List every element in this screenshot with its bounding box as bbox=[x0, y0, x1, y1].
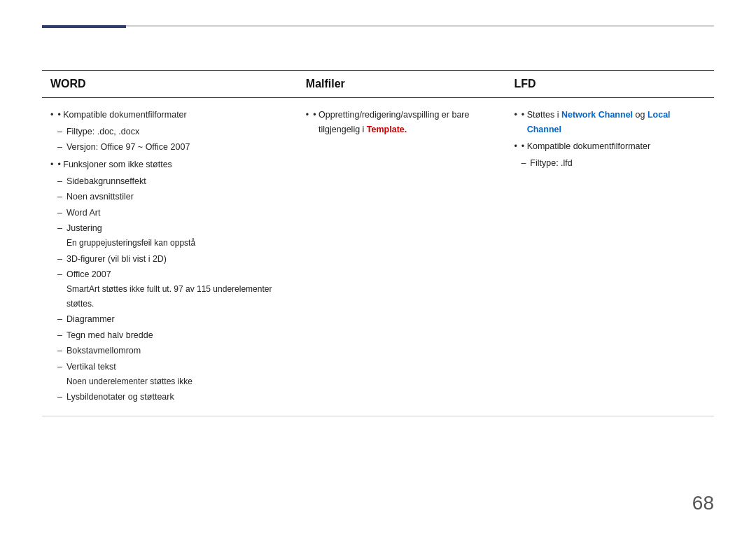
word-dash-list-2: Sidebakgrunnseffekt Noen avsnittstiler W… bbox=[57, 174, 289, 405]
lfd-item-1: Støttes i Network Channel og Local Chann… bbox=[527, 108, 706, 136]
list-item: Diagrammer bbox=[57, 312, 289, 327]
list-item: • Funksjoner som ikke støttes bbox=[50, 157, 289, 172]
template-highlight: Template. bbox=[367, 125, 407, 134]
word-bullet-list-2: • Funksjoner som ikke støttes bbox=[50, 157, 289, 172]
list-item: Vertikal tekst Noen underelementer støtt… bbox=[57, 360, 289, 388]
lfd-bullet-list: • Støttes i Network Channel og Local Cha… bbox=[514, 108, 706, 154]
word-item-2: Funksjoner som ikke støttes bbox=[63, 157, 289, 172]
header-word: WORD bbox=[42, 71, 298, 98]
list-item: • Støttes i Network Channel og Local Cha… bbox=[514, 108, 706, 136]
network-channel-highlight: Network Channel bbox=[561, 110, 633, 120]
word-lys: Lysbildenotater og støtteark bbox=[66, 390, 289, 405]
list-item: Justering En gruppejusteringsfeil kan op… bbox=[57, 221, 289, 250]
malfiler-cell: • Oppretting/redigering/avspilling er ba… bbox=[298, 98, 506, 416]
word-filtype: Filtype: .doc, .docx bbox=[66, 125, 289, 139]
list-item: Versjon: Office 97 ~ Office 2007 bbox=[57, 140, 289, 155]
list-item: Sidebakgrunnseffekt bbox=[57, 174, 289, 189]
list-item: • Kompatible dokumentfilformater bbox=[50, 108, 289, 122]
bullet-marker: • bbox=[313, 108, 318, 122]
list-item: 3D-figurer (vil bli vist i 2D) bbox=[57, 252, 289, 267]
content-table: WORD Malfiler LFD • Kompatible dokumentf… bbox=[42, 70, 714, 416]
list-item: Word Art bbox=[57, 206, 289, 220]
top-divider bbox=[42, 25, 714, 27]
page-number: 68 bbox=[692, 492, 714, 514]
list-item: Lysbildenotater og støtteark bbox=[57, 390, 289, 405]
malfiler-item-1: Oppretting/redigering/avspilling er bare… bbox=[318, 108, 497, 136]
word-dash-list-1: Filtype: .doc, .docx Versjon: Office 97 … bbox=[57, 125, 289, 155]
malfiler-bullet-list: • Oppretting/redigering/avspilling er ba… bbox=[306, 108, 498, 136]
lfd-cell: • Støttes i Network Channel og Local Cha… bbox=[505, 98, 714, 416]
list-item: Filtype: .doc, .docx bbox=[57, 125, 289, 139]
list-item: Bokstavmellomrom bbox=[57, 344, 289, 358]
bullet-marker: • bbox=[522, 108, 527, 122]
bullet-marker: • bbox=[522, 139, 527, 154]
word-office2007: Office 2007 SmartArt støttes ikke fullt … bbox=[66, 267, 289, 311]
list-item: Noen avsnittstiler bbox=[57, 190, 289, 204]
word-vertikal-note: Noen underelementer støttes ikke bbox=[66, 377, 192, 386]
bullet-marker: • bbox=[57, 157, 63, 172]
top-accent bbox=[42, 25, 126, 28]
word-boks: Bokstavmellomrom bbox=[66, 344, 289, 358]
list-item: Tegn med halv bredde bbox=[57, 328, 289, 343]
lfd-filtype: Filtype: .lfd bbox=[530, 156, 706, 171]
word-wordart: Word Art bbox=[66, 206, 289, 220]
word-cell: • Kompatible dokumentfilformater Filtype… bbox=[42, 98, 298, 416]
list-item: • Kompatible dokumentfilformater bbox=[514, 139, 706, 154]
word-bullet-list: • Kompatible dokumentfilformater bbox=[50, 108, 289, 122]
word-versjon: Versjon: Office 97 ~ Office 2007 bbox=[66, 140, 289, 155]
word-3d: 3D-figurer (vil bli vist i 2D) bbox=[66, 252, 289, 267]
word-justering: Justering En gruppejusteringsfeil kan op… bbox=[66, 221, 289, 250]
page-container: WORD Malfiler LFD • Kompatible dokumentf… bbox=[0, 0, 756, 534]
list-item: • Oppretting/redigering/avspilling er ba… bbox=[306, 108, 498, 136]
list-item: Office 2007 SmartArt støttes ikke fullt … bbox=[57, 267, 289, 311]
lfd-dash-list: Filtype: .lfd bbox=[521, 156, 706, 171]
header-lfd: LFD bbox=[505, 71, 714, 98]
lfd-item-2: Kompatible dokumentfilformater bbox=[527, 139, 706, 154]
list-item: Filtype: .lfd bbox=[521, 156, 706, 171]
word-side: Sidebakgrunnseffekt bbox=[66, 174, 289, 189]
word-justering-note: En gruppejusteringsfeil kan oppstå bbox=[66, 238, 195, 248]
word-tegn: Tegn med halv bredde bbox=[66, 328, 289, 343]
word-vertikal: Vertikal tekst Noen underelementer støtt… bbox=[66, 360, 289, 388]
main-content: WORD Malfiler LFD • Kompatible dokumentf… bbox=[42, 70, 714, 416]
word-avsnitt: Noen avsnittstiler bbox=[66, 190, 289, 204]
bullet-marker: • bbox=[57, 108, 63, 122]
word-smartart-note: SmartArt støttes ikke fullt ut. 97 av 11… bbox=[66, 284, 272, 309]
header-malfiler: Malfiler bbox=[298, 71, 506, 98]
word-diagram: Diagrammer bbox=[66, 312, 289, 327]
word-item-1: Kompatible dokumentfilformater bbox=[63, 108, 289, 122]
